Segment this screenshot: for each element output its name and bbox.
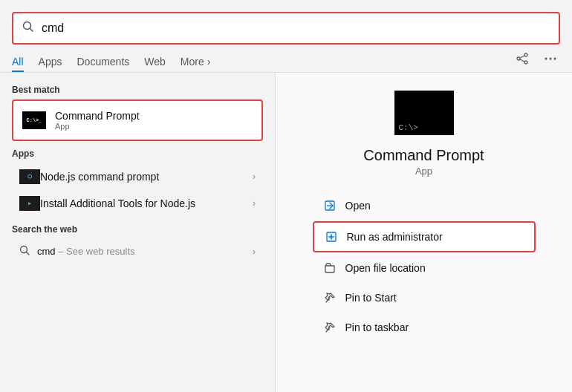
web-search-icon: [19, 245, 30, 258]
search-input[interactable]: cmd: [42, 22, 550, 35]
svg-line-11: [27, 252, 30, 255]
web-query: cmd: [37, 246, 56, 257]
tab-more[interactable]: More ›: [181, 50, 210, 72]
svg-point-9: [554, 58, 556, 60]
search-bar[interactable]: cmd: [12, 12, 560, 45]
action-open[interactable]: Open: [313, 192, 536, 220]
file-location-icon: [322, 260, 338, 276]
action-pin-taskbar-label: Pin to taskbar: [345, 321, 409, 333]
best-match-subtitle: App: [55, 122, 254, 131]
best-match-result[interactable]: C:\>_ Command Prompt App: [12, 99, 263, 141]
web-result-text: cmd – See web results: [37, 246, 135, 257]
svg-line-1: [30, 29, 33, 32]
nodejs-cmd-chevron: ›: [253, 172, 256, 182]
app-preview-title: Command Prompt: [363, 147, 484, 164]
action-open-label: Open: [345, 200, 371, 212]
svg-line-5: [520, 56, 524, 58]
action-open-file-location[interactable]: Open file location: [313, 254, 536, 282]
app-preview-type: App: [415, 166, 432, 177]
nodejs-cmd-title: Node.js command prompt: [40, 171, 253, 183]
svg-point-2: [524, 53, 527, 56]
pin-taskbar-icon: [322, 319, 338, 336]
tab-documents[interactable]: Documents: [77, 50, 129, 72]
runas-icon: [323, 229, 339, 245]
pin-start-icon: [322, 290, 338, 306]
action-file-location-label: Open file location: [345, 262, 426, 274]
right-panel: Command Prompt App Open: [275, 73, 572, 392]
search-icon: [22, 21, 34, 36]
tabs-left: All Apps Documents Web More ›: [12, 50, 210, 72]
svg-line-6: [520, 59, 524, 62]
web-search-label: Search the web: [12, 224, 263, 235]
web-query-suffix: – See web results: [58, 246, 134, 257]
tab-all[interactable]: All: [12, 50, 24, 72]
svg-point-7: [545, 58, 547, 60]
web-search-item[interactable]: cmd – See web results ›: [12, 239, 263, 264]
svg-point-8: [550, 58, 552, 60]
apps-section-label: Apps: [12, 148, 263, 159]
main-content: Best match C:\>_ Command Prompt App Apps…: [0, 73, 572, 392]
tab-apps[interactable]: Apps: [39, 50, 62, 72]
action-pin-to-start[interactable]: Pin to Start: [313, 284, 536, 312]
share-icon[interactable]: [513, 49, 532, 72]
best-match-title: Command Prompt: [55, 110, 254, 122]
open-icon: [322, 197, 338, 214]
svg-point-3: [517, 57, 520, 60]
actions-list: Open Run as administrator: [313, 192, 536, 343]
action-run-as-admin-label: Run as administrator: [347, 231, 443, 243]
nodejs-cmd-icon: ⬡: [19, 169, 40, 184]
install-tools-chevron: ›: [253, 198, 256, 209]
svg-point-4: [524, 61, 527, 64]
action-pin-to-taskbar[interactable]: Pin to taskbar: [313, 313, 536, 342]
more-options-icon[interactable]: [541, 49, 560, 72]
tab-web[interactable]: Web: [144, 50, 166, 72]
best-match-label: Best match: [12, 85, 263, 95]
app-preview-icon: [394, 91, 454, 135]
tabs-row: All Apps Documents Web More ›: [0, 49, 572, 73]
nodejs-cmd-text: Node.js command prompt: [40, 171, 253, 183]
action-pin-start-label: Pin to Start: [345, 292, 397, 304]
nodejs-cmd-item[interactable]: ⬡ Node.js command prompt ›: [12, 163, 263, 190]
cmd-app-icon: C:\>_: [21, 107, 48, 134]
best-match-text: Command Prompt App: [55, 110, 254, 131]
left-panel: Best match C:\>_ Command Prompt App Apps…: [0, 73, 275, 392]
install-tools-icon: ▶: [19, 196, 40, 211]
action-run-as-admin[interactable]: Run as administrator: [313, 221, 536, 252]
install-tools-item[interactable]: ▶ Install Additional Tools for Node.js ›: [12, 190, 263, 217]
install-tools-title: Install Additional Tools for Node.js: [40, 197, 253, 209]
tabs-right: [513, 49, 560, 72]
web-chevron: ›: [253, 246, 256, 257]
install-tools-text: Install Additional Tools for Node.js: [40, 197, 253, 209]
